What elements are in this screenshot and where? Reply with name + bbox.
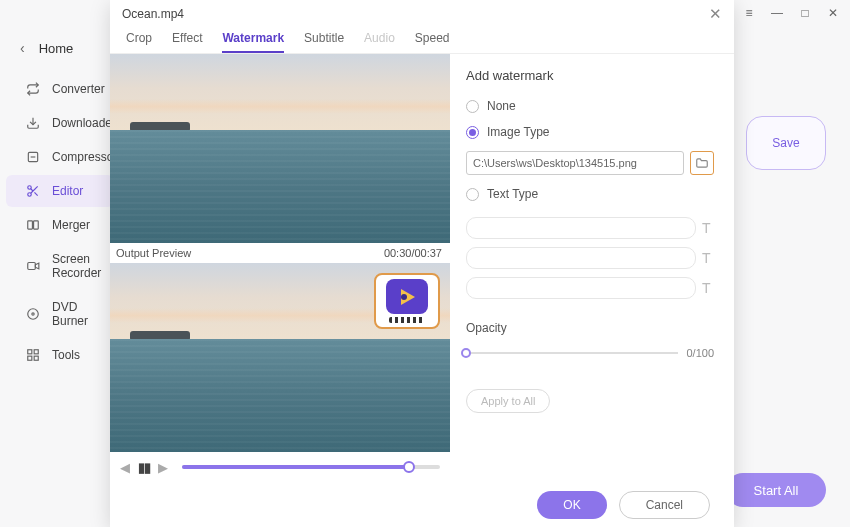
watermark-controls: Add watermark None Image Type Text Type bbox=[450, 54, 734, 482]
hamburger-icon[interactable]: ≡ bbox=[740, 4, 758, 22]
seek-thumb[interactable] bbox=[403, 461, 415, 473]
scissors-icon bbox=[26, 184, 40, 198]
editor-tabs: Crop Effect Watermark Subtitle Audio Spe… bbox=[110, 27, 734, 54]
modal-title: Ocean.mp4 bbox=[122, 7, 184, 21]
modal-footer: OK Cancel bbox=[110, 482, 734, 527]
merge-icon bbox=[26, 218, 40, 232]
svg-marker-11 bbox=[35, 263, 39, 269]
start-all-button[interactable]: Start All bbox=[726, 473, 826, 507]
tab-watermark[interactable]: Watermark bbox=[222, 31, 284, 53]
apply-to-all-button[interactable]: Apply to All bbox=[466, 389, 550, 413]
radio-label: Image Type bbox=[487, 125, 549, 139]
section-title: Add watermark bbox=[466, 68, 714, 83]
folder-icon bbox=[695, 156, 709, 170]
disc-icon bbox=[26, 307, 40, 321]
browse-button[interactable] bbox=[690, 151, 714, 175]
svg-rect-17 bbox=[28, 356, 32, 360]
sidebar-item-label: Screen Recorder bbox=[52, 252, 102, 280]
radio-image-type[interactable]: Image Type bbox=[466, 125, 714, 139]
opacity-label: Opacity bbox=[466, 321, 714, 335]
tab-audio[interactable]: Audio bbox=[364, 31, 395, 53]
svg-line-6 bbox=[34, 192, 37, 195]
tab-crop[interactable]: Crop bbox=[126, 31, 152, 53]
svg-rect-10 bbox=[28, 263, 36, 270]
svg-point-18 bbox=[401, 294, 407, 300]
tab-effect[interactable]: Effect bbox=[172, 31, 202, 53]
radio-icon bbox=[466, 188, 479, 201]
svg-rect-15 bbox=[34, 350, 38, 354]
compress-icon bbox=[26, 150, 40, 164]
tab-speed[interactable]: Speed bbox=[415, 31, 450, 53]
back-home[interactable]: ‹ Home bbox=[0, 34, 120, 72]
app-close-icon[interactable]: ✕ bbox=[824, 4, 842, 22]
svg-point-3 bbox=[28, 186, 32, 190]
text-type-inputs: T T T bbox=[466, 217, 714, 299]
modal-body: Output Preview 00:30/00:37 ◀ ▮▮ ▶ bbox=[110, 54, 734, 482]
opacity-value: 0/100 bbox=[686, 347, 714, 359]
seek-fill bbox=[182, 465, 409, 469]
pause-icon[interactable]: ▮▮ bbox=[138, 460, 150, 475]
sidebar-item-compressor[interactable]: Compressor bbox=[6, 141, 114, 173]
maximize-icon[interactable]: □ bbox=[796, 4, 814, 22]
cancel-button[interactable]: Cancel bbox=[619, 491, 710, 519]
opacity-row: 0/100 bbox=[466, 347, 714, 359]
watermark-logo-icon bbox=[386, 279, 428, 314]
source-preview bbox=[110, 54, 450, 243]
text-style-icon[interactable]: T bbox=[702, 220, 714, 236]
camera-icon bbox=[26, 259, 40, 273]
converter-icon bbox=[26, 82, 40, 96]
sidebar-item-label: Editor bbox=[52, 184, 83, 198]
radio-none[interactable]: None bbox=[466, 99, 714, 113]
text-input-2[interactable] bbox=[466, 247, 696, 269]
editor-modal: Ocean.mp4 ✕ Crop Effect Watermark Subtit… bbox=[110, 0, 734, 527]
sidebar-item-label: Converter bbox=[52, 82, 105, 96]
chevron-left-icon: ‹ bbox=[20, 40, 25, 56]
sidebar-item-converter[interactable]: Converter bbox=[6, 73, 114, 105]
prev-icon[interactable]: ◀ bbox=[120, 460, 130, 475]
sidebar-item-screen-recorder[interactable]: Screen Recorder bbox=[6, 243, 114, 289]
text-input-1[interactable] bbox=[466, 217, 696, 239]
text-style-icon[interactable]: T bbox=[702, 250, 714, 266]
preview-column: Output Preview 00:30/00:37 ◀ ▮▮ ▶ bbox=[110, 54, 450, 482]
sidebar: ‹ Home Converter Downloader Compressor E… bbox=[0, 26, 120, 527]
sidebar-item-dvd-burner[interactable]: DVD Burner bbox=[6, 291, 114, 337]
svg-rect-14 bbox=[28, 350, 32, 354]
image-path-input[interactable] bbox=[466, 151, 684, 175]
close-icon[interactable]: ✕ bbox=[709, 5, 722, 23]
seek-track[interactable] bbox=[182, 465, 440, 469]
sidebar-item-label: Tools bbox=[52, 348, 80, 362]
svg-rect-9 bbox=[34, 221, 39, 229]
save-button[interactable]: Save bbox=[746, 116, 826, 170]
svg-rect-16 bbox=[34, 356, 38, 360]
text-style-icon[interactable]: T bbox=[702, 280, 714, 296]
next-icon[interactable]: ▶ bbox=[158, 460, 168, 475]
output-preview-label: Output Preview bbox=[116, 247, 191, 259]
player-controls: ◀ ▮▮ ▶ bbox=[110, 452, 450, 482]
watermark-overlay[interactable] bbox=[374, 273, 440, 329]
sidebar-item-label: Merger bbox=[52, 218, 90, 232]
home-label: Home bbox=[39, 41, 74, 56]
svg-line-7 bbox=[31, 189, 33, 191]
svg-point-4 bbox=[28, 193, 32, 197]
svg-point-13 bbox=[32, 313, 34, 315]
minimize-icon[interactable]: — bbox=[768, 4, 786, 22]
opacity-slider[interactable] bbox=[466, 352, 678, 354]
image-path-row bbox=[466, 151, 714, 175]
modal-header: Ocean.mp4 ✕ bbox=[110, 0, 734, 27]
time-display: 00:30/00:37 bbox=[384, 247, 442, 259]
sidebar-item-label: Downloader bbox=[52, 116, 116, 130]
ok-button[interactable]: OK bbox=[537, 491, 606, 519]
text-input-3[interactable] bbox=[466, 277, 696, 299]
svg-rect-8 bbox=[28, 221, 33, 229]
sidebar-item-downloader[interactable]: Downloader bbox=[6, 107, 114, 139]
sidebar-item-editor[interactable]: Editor bbox=[6, 175, 114, 207]
radio-text-type[interactable]: Text Type bbox=[466, 187, 714, 201]
radio-label: None bbox=[487, 99, 516, 113]
output-bar: Output Preview 00:30/00:37 bbox=[110, 243, 450, 263]
sidebar-item-tools[interactable]: Tools bbox=[6, 339, 114, 371]
sidebar-item-merger[interactable]: Merger bbox=[6, 209, 114, 241]
radio-label: Text Type bbox=[487, 187, 538, 201]
slider-thumb[interactable] bbox=[461, 348, 471, 358]
radio-icon bbox=[466, 126, 479, 139]
tab-subtitle[interactable]: Subtitle bbox=[304, 31, 344, 53]
